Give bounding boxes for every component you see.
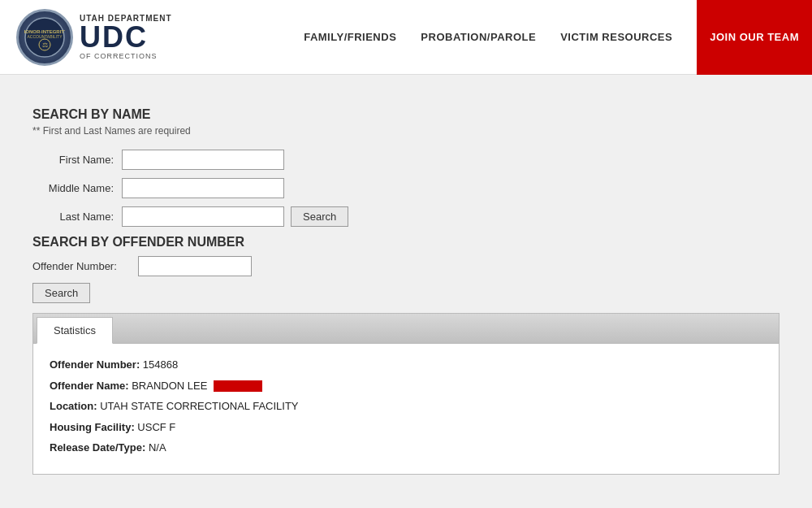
offender-number-value: 154868 — [143, 358, 178, 371]
main-content: SEARCH BY NAME ** First and Last Names a… — [0, 75, 812, 491]
middle-name-row: Middle Name: — [32, 178, 780, 198]
nav-victim-resources[interactable]: VICTIM RESOURCES — [560, 31, 672, 43]
search-by-name-button[interactable]: Search — [291, 206, 348, 227]
last-name-row: Last Name: Search — [32, 206, 780, 227]
search-by-name-subtitle: ** First and Last Names are required — [32, 125, 780, 137]
first-name-input[interactable] — [122, 150, 284, 170]
offender-number-input[interactable] — [138, 256, 252, 276]
svg-text:ACCOUNTABILITY: ACCOUNTABILITY — [28, 34, 63, 39]
search-by-offender-title: SEARCH BY OFFENDER NUMBER — [32, 235, 780, 250]
nav-family-friends[interactable]: FAMILY/FRIENDS — [304, 31, 396, 43]
site-header: HONOR·INTEGRITY ACCOUNTABILITY ⚖ UTAH DE… — [0, 0, 812, 75]
offender-name-row: Offender Name: BRANDON LEE — [50, 378, 762, 394]
release-value: N/A — [149, 441, 166, 454]
housing-value: USCF F — [137, 421, 175, 433]
logo-emblem: HONOR·INTEGRITY ACCOUNTABILITY ⚖ — [16, 9, 73, 66]
statistics-panel: Statistics Offender Number: 154868 Offen… — [32, 313, 780, 475]
location-value: UTAH STATE CORRECTIONAL FACILITY — [100, 400, 298, 412]
middle-name-input[interactable] — [122, 178, 284, 198]
search-by-offender-section: SEARCH BY OFFENDER NUMBER Offender Numbe… — [32, 235, 780, 303]
housing-label: Housing Facility: — [50, 421, 135, 433]
main-nav: FAMILY/FRIENDS PROBATION/PAROLE VICTIM R… — [304, 0, 796, 75]
last-name-input[interactable] — [122, 206, 284, 227]
housing-row: Housing Facility: USCF F — [50, 419, 762, 436]
offender-number-label: Offender Number: — [32, 260, 138, 272]
first-name-row: First Name: — [32, 150, 780, 170]
logo-udc-label: UDC — [80, 23, 172, 52]
offender-number-label: Offender Number: — [50, 358, 140, 371]
offender-number-row: Offender Number: 154868 — [50, 357, 762, 373]
search-by-offender-button[interactable]: Search — [32, 283, 90, 303]
release-row: Release Date/Type: N/A — [50, 440, 762, 456]
svg-text:⚖: ⚖ — [42, 41, 48, 49]
nav-join-team[interactable]: JOIN OUR TEAM — [697, 0, 812, 75]
release-label: Release Date/Type: — [50, 441, 145, 454]
middle-name-label: Middle Name: — [32, 182, 122, 194]
offender-name-label: Offender Name: — [50, 380, 129, 392]
redacted-bar — [214, 380, 262, 392]
first-name-label: First Name: — [32, 154, 122, 166]
logo-sub-label: OF CORRECTIONS — [80, 52, 172, 60]
search-by-name-section: SEARCH BY NAME ** First and Last Names a… — [32, 107, 780, 227]
location-row: Location: UTAH STATE CORRECTIONAL FACILI… — [50, 398, 762, 415]
logo-area: HONOR·INTEGRITY ACCOUNTABILITY ⚖ UTAH DE… — [16, 9, 172, 66]
nav-probation-parole[interactable]: PROBATION/PAROLE — [421, 31, 536, 43]
statistics-content: Offender Number: 154868 Offender Name: B… — [33, 344, 779, 474]
location-label: Location: — [50, 400, 97, 412]
offender-name-value: BRANDON LEE — [132, 380, 207, 392]
stats-tab-bar: Statistics — [33, 314, 779, 344]
search-by-name-title: SEARCH BY NAME — [32, 107, 780, 122]
statistics-tab[interactable]: Statistics — [37, 317, 113, 344]
logo-text: UTAH DEPARTMENT UDC OF CORRECTIONS — [80, 14, 172, 60]
last-name-label: Last Name: — [32, 211, 122, 223]
offender-number-row: Offender Number: — [32, 256, 780, 276]
